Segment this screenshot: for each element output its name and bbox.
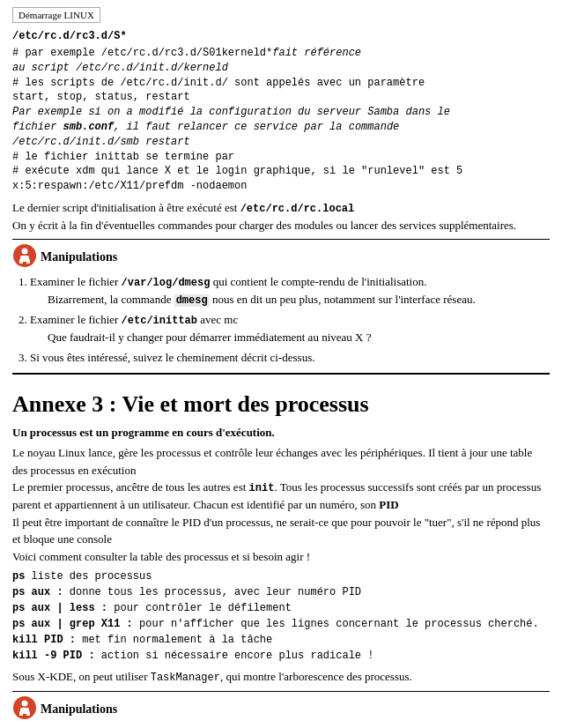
summary-line: Le dernier script d'initialisation à êtr… xyxy=(12,199,550,217)
code-line-6: fichier smb.conf, il faut relancer ce se… xyxy=(12,121,399,133)
svg-rect-3 xyxy=(19,259,23,264)
summary-post-line: On y écrit à la fin d'éventuelles comman… xyxy=(12,217,550,234)
annexe-title: Annexe 3 : Vie et mort des processus xyxy=(12,390,550,418)
cmd-kill-9: kill -9 PID : action si nécessaire encor… xyxy=(12,648,550,664)
annexe-intro-p2: Le premier processus, ancêtre de tous le… xyxy=(12,479,550,514)
manip-section-1: Manipulations xyxy=(12,245,550,270)
rc3-heading: /etc/rc.d/rc3.d/S* xyxy=(12,30,127,42)
cmd-ps-aux: ps aux : donne tous les processus, avec … xyxy=(12,584,550,600)
taskmanager-line: Sous X-KDE, on peut utiliser TaskManager… xyxy=(12,668,550,686)
divider-2 xyxy=(12,691,550,692)
manip-section-2: Manipulations xyxy=(12,697,550,722)
code-line-7: /etc/rc.d/init.d/smb restart xyxy=(12,136,190,148)
manip-item-1-2: Examiner le fichier /etc/inittab avec mc… xyxy=(30,311,550,346)
svg-point-6 xyxy=(22,701,28,707)
svg-rect-4 xyxy=(26,259,30,264)
manip-title-2: Manipulations xyxy=(41,697,117,722)
manip-list-1: Examiner le fichier /var/log/dmesg qui c… xyxy=(30,273,550,366)
top-bar: Démarrage LINUX xyxy=(12,7,100,23)
code-line-1: # par exemple /etc/rc.d/rc3.d/S01kerneld… xyxy=(12,47,361,59)
svg-rect-8 xyxy=(19,711,23,716)
annexe-3-section: Annexe 3 : Vie et mort des processus Un … xyxy=(12,373,550,728)
code-line-5: Par exemple si on a modifié la configura… xyxy=(12,106,450,118)
annexe-intro-p4: Voici comment consulter la table des pro… xyxy=(12,548,550,566)
code-line-10: x:5:respawn:/etc/X11/prefdm -nodaemon xyxy=(12,180,247,192)
svg-rect-9 xyxy=(26,711,30,716)
annexe-intro-p1: Le noyau Linux lance, gère les processus… xyxy=(12,444,550,479)
section-heading: /etc/rc.d/rc3.d/S* xyxy=(12,28,550,42)
annexe-intro-p3: Il peut être important de connaître le P… xyxy=(12,514,550,548)
code-block-section1: # par exemple /etc/rc.d/rc3.d/S01kerneld… xyxy=(12,46,550,194)
top-bar-label: Démarrage LINUX xyxy=(18,10,94,20)
code-line-8: # le fichier inittab se termine par xyxy=(12,151,234,163)
manip-icon-2 xyxy=(12,695,37,720)
manip-title-1: Manipulations xyxy=(41,245,117,270)
manip-svg-icon-2 xyxy=(12,695,37,720)
cmd-ps-aux-grep: ps aux | grep X11 : pour n'afficher que … xyxy=(12,616,550,632)
annexe-intro-bold: Un processus est un programme en cours d… xyxy=(12,424,550,442)
svg-point-1 xyxy=(22,249,28,255)
code-line-2: au script /etc/rc.d/init.d/kerneld xyxy=(12,62,228,74)
divider-1 xyxy=(12,239,550,240)
summary-pre: Le dernier script d'initialisation à êtr… xyxy=(12,201,240,214)
code-line-9: # exécute xdm qui lance X et le login gr… xyxy=(12,165,462,177)
manip-svg-icon-1 xyxy=(12,243,37,268)
code-line-4: start, stop, status, restart xyxy=(12,91,190,103)
cmd-ps-aux-less: ps aux | less : pour contrôler le défile… xyxy=(12,600,550,616)
manip-icon-1 xyxy=(12,243,37,268)
summary-code: /etc/rc.d/rc.local xyxy=(240,203,355,215)
cmd-kill: kill PID : met fin normalement à la tâch… xyxy=(12,632,550,648)
code-line-3: # les scripts de /etc/rc.d/init.d/ sont … xyxy=(12,77,425,89)
manip-item-1-1: Examiner le fichier /var/log/dmesg qui c… xyxy=(30,273,550,308)
cmd-ps: ps liste des processus xyxy=(12,568,550,584)
manip-item-1-3: Si vous êtes intéressé, suivez le chemin… xyxy=(30,349,550,367)
commands-block: ps liste des processus ps aux : donne to… xyxy=(12,568,550,664)
summary-post: On y écrit à la fin d'éventuelles comman… xyxy=(12,219,516,232)
